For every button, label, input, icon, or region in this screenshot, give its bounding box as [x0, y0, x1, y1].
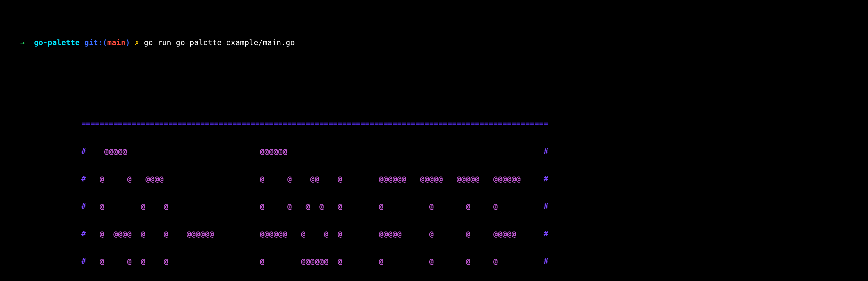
git-suffix: ) — [125, 38, 130, 47]
prompt-arrow: → — [20, 38, 25, 47]
banner-border-top: ========================================… — [82, 119, 868, 128]
banner-line: # @@@@@ @@@@@@ # — [82, 147, 868, 156]
banner-line: # @ @ @ @ @ @ @ @ @ @ @ @ # — [82, 201, 868, 211]
git-dirty-icon: ✗ — [135, 38, 139, 47]
banner-line: # @ @@@@ @ @ @@@@@@ @@@@@@ @ @ @ @@@@@ @… — [82, 229, 868, 238]
prompt-line[interactable]: → go-palette git:(main) ✗ go run go-pale… — [0, 28, 868, 57]
prompt-dir: go-palette — [34, 38, 80, 47]
terminal-output: → go-palette git:(main) ✗ go run go-pale… — [0, 0, 868, 281]
banner-line: # @ @ @ @ @ @@@@@@ @ @ @ @ @ # — [82, 257, 868, 266]
ascii-banner: ========================================… — [82, 101, 868, 281]
command-text: go run go-palette-example/main.go — [144, 38, 295, 47]
git-branch: main — [107, 38, 125, 47]
git-prefix: git:( — [84, 38, 107, 47]
banner-line: # @ @ @@@@ @ @ @@ @ @@@@@@ @@@@@ @@@@@ @… — [82, 174, 868, 183]
